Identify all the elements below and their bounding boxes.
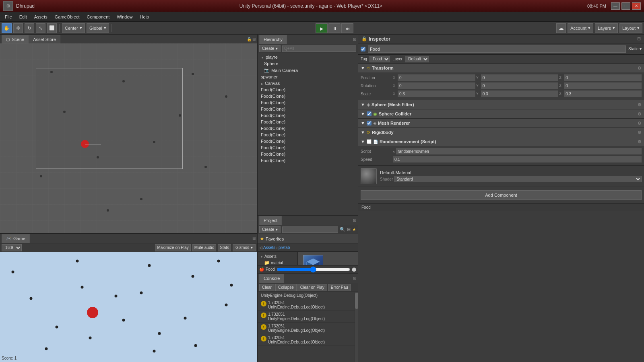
hierarchy-item-food-7[interactable]: Food(Clone)	[258, 132, 358, 138]
rotate-tool[interactable]	[25, 23, 34, 33]
project-search-input[interactable]	[282, 226, 338, 233]
hierarchy-item-sphere[interactable]: Sphere	[258, 60, 358, 67]
console-scrollbar[interactable]	[355, 292, 358, 362]
clear-on-play-button[interactable]: Clear on Play	[297, 284, 327, 291]
menu-edit[interactable]: Edit	[16, 14, 30, 20]
hierarchy-item-food-11[interactable]: Food(Clone)	[258, 157, 358, 164]
inspector-expand-icon[interactable]: ⊞	[637, 36, 641, 41]
rigidbody-header[interactable]: ▼ ⟳ Rigidbody ⚙	[358, 128, 644, 137]
position-z-input[interactable]	[564, 74, 642, 81]
game-gizmos-dropdown[interactable]: Gizmos ▾	[233, 244, 256, 251]
scale-y-input[interactable]	[481, 90, 559, 97]
breadcrumb-assets[interactable]: Assets	[263, 245, 275, 250]
step-button[interactable]	[341, 23, 353, 33]
script-options-icon[interactable]: ⚙	[638, 139, 642, 144]
project-expand-icon[interactable]: ⊞	[353, 218, 356, 222]
position-y-input[interactable]	[481, 74, 559, 81]
scene-lock-icon[interactable]: 🔒	[247, 37, 252, 41]
rotation-z-input[interactable]	[564, 82, 642, 89]
tag-select[interactable]: Food	[369, 56, 390, 62]
script-header[interactable]: ▼ 📄 Randomemovment (Script) ⚙	[358, 137, 644, 146]
console-expand-icon[interactable]: ⊞	[353, 276, 356, 280]
transform-options-icon[interactable]: ⚙	[638, 66, 642, 71]
hierarchy-item-canvas[interactable]: Canvas	[258, 80, 358, 86]
move-tool[interactable]	[13, 23, 23, 33]
hierarchy-item-main-camera[interactable]: 📷 Main Camera	[258, 67, 358, 74]
close-button[interactable]: ✕	[632, 2, 641, 10]
hand-tool[interactable]	[2, 23, 12, 33]
collapse-button[interactable]: Collapse	[275, 284, 297, 291]
mesh-filter-options-icon[interactable]: ⚙	[638, 102, 642, 107]
script-enabled[interactable]	[367, 139, 372, 144]
static-dropdown-icon[interactable]: ▾	[640, 47, 642, 51]
center-dropdown[interactable]: Center ▾	[62, 23, 85, 33]
project-search-icon[interactable]: 🔍	[340, 227, 345, 232]
project-create-btn[interactable]: Create ▾	[259, 226, 281, 233]
rigidbody-options-icon[interactable]: ⚙	[638, 130, 642, 135]
hierarchy-item-food-6[interactable]: Food(Clone)	[258, 125, 358, 132]
hierarchy-item-food-0[interactable]: Food(Clone)	[258, 86, 358, 93]
layers-dropdown[interactable]: Layers ▾	[595, 23, 618, 33]
aspect-ratio-select[interactable]: 16:9	[2, 244, 22, 251]
scene-expand-icon[interactable]: ⊞	[252, 37, 256, 41]
hierarchy-item-food-2[interactable]: Food(Clone)	[258, 99, 358, 106]
mute-audio-btn[interactable]: Mute audio	[192, 244, 216, 251]
cloud-button[interactable]	[556, 23, 566, 33]
console-entry-3[interactable]: ! 1.732051 UnityEngine.Debug:Log(Object)	[258, 323, 355, 334]
menu-help[interactable]: Help	[136, 14, 152, 20]
shader-select[interactable]: Standard	[394, 176, 642, 182]
maximize-on-play-btn[interactable]: Maximize on Play	[155, 244, 190, 251]
sphere-collider-header[interactable]: ▼ ◉ Sphere Collider ⚙	[358, 109, 644, 118]
hierarchy-item-spwaner[interactable]: spwaner	[258, 74, 358, 80]
add-component-button[interactable]: Add Component	[361, 190, 642, 200]
mesh-renderer-options-icon[interactable]: ⚙	[638, 121, 642, 126]
global-dropdown[interactable]: Global ▾	[87, 23, 109, 33]
rotation-x-input[interactable]	[398, 82, 475, 89]
scale-z-input[interactable]	[564, 90, 642, 97]
hierarchy-tab[interactable]: Hierarchy	[259, 35, 287, 44]
game-expand-icon[interactable]: ⊞	[252, 236, 256, 241]
tree-item-assets[interactable]: Assets	[258, 253, 297, 259]
rotation-y-input[interactable]	[481, 82, 559, 89]
speed-input[interactable]	[393, 156, 642, 162]
pause-button[interactable]	[328, 23, 341, 33]
console-entry-4[interactable]: ! 1.732051 UnityEngine.Debug:Log(Object)	[258, 334, 355, 346]
console-entry-0[interactable]: UnityEngine.Debug:Log(Object)	[258, 292, 355, 299]
menu-gameobject[interactable]: GameObject	[52, 14, 83, 20]
play-button[interactable]	[316, 23, 328, 33]
menu-file[interactable]: File	[2, 14, 15, 20]
console-entry-2[interactable]: ! 1.732051 UnityEngine.Debug:Log(Object)	[258, 311, 355, 323]
error-pause-button[interactable]: Error Pau	[328, 284, 351, 291]
inspector-lock-icon[interactable]: 🔒	[361, 36, 367, 41]
scale-tool[interactable]	[36, 23, 45, 33]
hierarchy-item-food-4[interactable]: Food(Clone)	[258, 112, 358, 119]
maximize-button[interactable]: □	[621, 2, 630, 10]
hierarchy-search-input[interactable]	[282, 45, 356, 52]
object-enabled-checkbox[interactable]	[361, 47, 365, 51]
hierarchy-item-food-3[interactable]: Food(Clone)	[258, 106, 358, 112]
menu-window[interactable]: Window	[114, 14, 136, 20]
asset-item-black-cube[interactable]: Black_C...	[301, 255, 325, 265]
console-tab[interactable]: Console	[259, 274, 284, 283]
asset-store-tab[interactable]: Asset Store	[29, 35, 60, 44]
project-tab[interactable]: Project	[259, 216, 282, 225]
project-star-icon[interactable]: ★	[352, 227, 356, 232]
scene-tab[interactable]: ⬡ Scene	[2, 35, 29, 44]
sphere-collider-enabled[interactable]	[367, 111, 372, 116]
project-filter-icon[interactable]: ⊟	[347, 227, 351, 232]
breadcrumb-prefab[interactable]: prefab	[279, 245, 290, 250]
object-name-input[interactable]	[368, 45, 626, 53]
hierarchy-expand-icon[interactable]: ⊞	[353, 37, 356, 41]
script-ref-input[interactable]	[396, 148, 642, 154]
layout-dropdown[interactable]: Layout ▾	[619, 23, 642, 33]
console-scrollbar-thumb[interactable]	[355, 293, 358, 309]
stats-btn[interactable]: Stats	[218, 244, 231, 251]
hierarchy-item-food-8[interactable]: Food(Clone)	[258, 138, 358, 144]
game-tab[interactable]: 🎮 Game	[2, 234, 30, 243]
scale-x-input[interactable]	[398, 90, 475, 97]
mesh-renderer-header[interactable]: ▼ ◈ Mesh Renderer ⚙	[358, 119, 644, 128]
hierarchy-item-food-10[interactable]: Food(Clone)	[258, 151, 358, 157]
clear-button[interactable]: Clear	[259, 284, 275, 291]
tree-item-matrial[interactable]: matrial	[258, 259, 297, 265]
menu-component[interactable]: Component	[83, 14, 113, 20]
